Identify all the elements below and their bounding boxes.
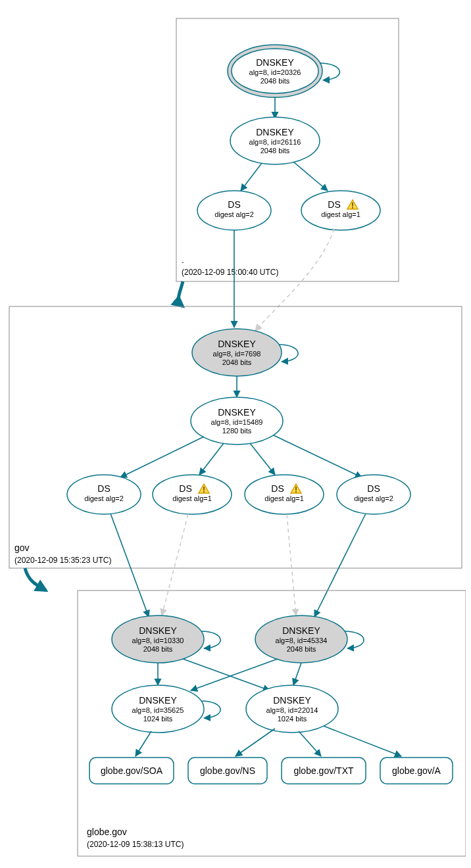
node-title: DNSKEY bbox=[256, 127, 294, 137]
node-root-ds1: DS digest alg=1 ! bbox=[301, 191, 380, 230]
node-gov-ksk: DNSKEY alg=8, id=7698 2048 bits bbox=[192, 329, 282, 376]
node-title: DS bbox=[97, 483, 110, 494]
edge-globe-ksk2-zsk1 bbox=[191, 659, 278, 690]
node-globe-zsk1: DNSKEY alg=8, id=35625 1024 bits bbox=[112, 685, 204, 733]
node-gov-ds-a2: DS digest alg=2 bbox=[67, 475, 141, 514]
node-root-ksk: DNSKEY alg=8, id=20326 2048 bits bbox=[228, 45, 322, 97]
node-title: DNSKEY bbox=[282, 625, 320, 636]
node-sub: 1280 bits bbox=[222, 427, 252, 435]
edge-gov-zsk-dsB2 bbox=[274, 435, 362, 477]
node-sub: digest alg=2 bbox=[84, 494, 124, 502]
node-title: DNSKEY bbox=[273, 695, 311, 706]
node-globe-zsk2: DNSKEY alg=8, id=22014 1024 bits bbox=[246, 685, 338, 733]
edge-globe-ksk1-zsk2 bbox=[183, 659, 270, 690]
node-globe-ksk1: DNSKEY alg=8, id=10330 2048 bits bbox=[112, 615, 204, 663]
node-sub: digest alg=2 bbox=[354, 494, 393, 502]
edge-globe-ksk2-zsk2 bbox=[293, 663, 301, 685]
node-title: DNSKEY bbox=[139, 625, 177, 636]
node-sub: digest alg=1 bbox=[321, 210, 360, 218]
edge-gov-dsB2-globe-ksk2 bbox=[314, 514, 366, 617]
node-gov-ds-b1: DS digest alg=1 ! bbox=[245, 475, 324, 514]
node-title: DS bbox=[328, 199, 340, 210]
zone-globe-timestamp: (2020-12-09 15:38:13 UTC) bbox=[87, 840, 184, 849]
svg-text:!: ! bbox=[203, 485, 205, 494]
node-title: DNSKEY bbox=[218, 339, 256, 349]
edge-globe-zsk2-txt bbox=[299, 731, 321, 756]
rr-ns: globe.gov/NS bbox=[188, 758, 267, 784]
node-root-ds2: DS digest alg=2 bbox=[197, 191, 271, 230]
node-title: DS bbox=[228, 199, 240, 210]
zone-globe-label: globe.gov bbox=[87, 827, 127, 837]
node-title: DS bbox=[179, 483, 191, 494]
edge-globe-zsk2-a bbox=[324, 726, 401, 756]
zone-gov-timestamp: (2020-12-09 15:35:23 UTC) bbox=[14, 556, 111, 565]
node-sub: alg=8, id=45334 bbox=[276, 637, 328, 644]
node-sub: 2048 bits bbox=[260, 77, 290, 85]
rr-label: globe.gov/NS bbox=[200, 765, 255, 776]
node-title: DNSKEY bbox=[218, 407, 256, 418]
edge-gov-zsk-dsA2 bbox=[120, 437, 204, 477]
node-sub: 2048 bits bbox=[260, 147, 290, 155]
node-sub: 2048 bits bbox=[143, 645, 173, 653]
rr-txt: globe.gov/TXT bbox=[282, 758, 366, 784]
svg-text:!: ! bbox=[351, 201, 354, 210]
node-sub: alg=8, id=15489 bbox=[211, 418, 263, 426]
node-globe-ksk2: DNSKEY alg=8, id=45334 2048 bits bbox=[255, 615, 347, 663]
edge-root-zsk-ds2 bbox=[241, 163, 262, 191]
rr-soa: globe.gov/SOA bbox=[89, 758, 174, 784]
node-sub: alg=8, id=20326 bbox=[249, 68, 301, 76]
rr-label: globe.gov/A bbox=[392, 765, 441, 776]
rr-a: globe.gov/A bbox=[380, 758, 453, 784]
node-sub: 1024 bits bbox=[143, 715, 173, 723]
node-sub: 1024 bits bbox=[278, 715, 307, 723]
rr-label: globe.gov/SOA bbox=[101, 765, 163, 776]
node-title: DNSKEY bbox=[256, 57, 294, 68]
node-title: DS bbox=[271, 483, 284, 494]
edge-zone-root-gov bbox=[178, 281, 183, 306]
edge-gov-dsB1-globe-ksk2 bbox=[287, 514, 296, 615]
node-title: DS bbox=[367, 483, 380, 494]
node-sub: alg=8, id=26116 bbox=[249, 138, 301, 146]
edge-gov-dsA2-globe-ksk1 bbox=[111, 514, 149, 617]
node-sub: 2048 bits bbox=[222, 358, 252, 366]
node-sub: digest alg=1 bbox=[264, 494, 304, 502]
node-sub: alg=8, id=35625 bbox=[132, 706, 184, 714]
zone-gov-label: gov bbox=[14, 542, 30, 553]
zone-root-label: . bbox=[182, 254, 184, 265]
node-sub: 2048 bits bbox=[287, 645, 316, 653]
edge-gov-dsA1-globe-ksk1 bbox=[162, 514, 188, 615]
node-sub: alg=8, id=7698 bbox=[213, 350, 261, 358]
rr-label: globe.gov/TXT bbox=[293, 765, 353, 776]
edge-zone-gov-globe bbox=[25, 568, 46, 591]
node-sub: alg=8, id=22014 bbox=[266, 706, 318, 714]
node-gov-ds-b2: DS digest alg=2 bbox=[337, 475, 410, 514]
edge-globe-zsk2-ns bbox=[235, 729, 275, 756]
edge-gov-zsk-dsA1 bbox=[199, 443, 224, 475]
zone-root-timestamp: (2020-12-09 15:00:40 UTC) bbox=[182, 268, 278, 277]
edge-globe-zsk1-soa bbox=[136, 731, 151, 756]
edge-gov-zsk-dsB1 bbox=[250, 443, 275, 475]
node-gov-zsk: DNSKEY alg=8, id=15489 1280 bits bbox=[191, 397, 283, 445]
node-sub: digest alg=1 bbox=[172, 494, 212, 502]
svg-text:!: ! bbox=[295, 485, 297, 494]
node-sub: digest alg=2 bbox=[214, 210, 254, 218]
edge-root-zsk-ds1 bbox=[293, 162, 328, 191]
node-root-zsk: DNSKEY alg=8, id=26116 2048 bits bbox=[230, 117, 320, 164]
node-title: DNSKEY bbox=[139, 695, 177, 706]
edge-root-ds1-gov-ksk bbox=[255, 229, 334, 331]
node-gov-ds-a1: DS digest alg=1 ! bbox=[153, 475, 232, 514]
node-sub: alg=8, id=10330 bbox=[132, 637, 184, 644]
